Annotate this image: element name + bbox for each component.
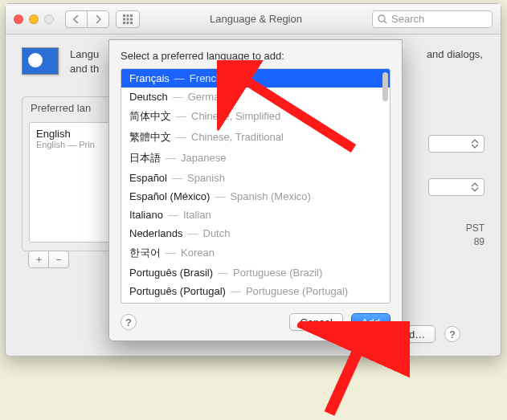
window-controls — [14, 14, 54, 24]
language-native: Español (México) — [129, 190, 210, 202]
right-column: PST 89 — [388, 135, 485, 249]
dash-separator: — — [188, 227, 198, 239]
svg-line-10 — [384, 21, 386, 23]
dash-separator: — — [172, 172, 182, 184]
search-placeholder: Search — [391, 13, 424, 25]
language-option[interactable]: 日本語—Japanese — [121, 148, 390, 169]
language-english: Japanese — [181, 152, 226, 164]
calendar-select[interactable] — [428, 178, 485, 196]
svg-rect-6 — [123, 22, 125, 24]
add-language-sheet: Select a preferred language to add: Fran… — [108, 39, 403, 341]
language-option[interactable]: 简体中文—Chinese, Simplified — [121, 106, 390, 127]
language-option[interactable]: Italiano—Italian — [121, 206, 390, 224]
dash-separator: — — [176, 110, 186, 122]
language-english: Korean — [181, 247, 215, 259]
svg-rect-7 — [127, 22, 129, 24]
minimize-window-button[interactable] — [29, 14, 39, 24]
dash-separator: — — [174, 72, 185, 84]
svg-rect-8 — [130, 22, 133, 24]
remove-language-button[interactable]: − — [48, 251, 69, 268]
search-input[interactable]: Search — [372, 10, 493, 28]
preferences-window: Language & Region Search Langu and dialo… — [5, 3, 501, 357]
region-select[interactable] — [428, 135, 485, 153]
dash-separator: — — [215, 190, 225, 202]
back-button[interactable] — [65, 10, 88, 28]
language-english: Chinese, Simplified — [191, 110, 280, 122]
language-english: Portuguese (Brazil) — [233, 267, 322, 279]
language-english: German — [188, 91, 226, 103]
svg-rect-4 — [127, 18, 129, 20]
zoom-window-button[interactable] — [44, 14, 54, 24]
language-native: 简体中文 — [129, 109, 171, 124]
svg-rect-1 — [127, 14, 129, 17]
language-english: Spanish (Mexico) — [230, 190, 310, 202]
language-native: Español — [129, 172, 167, 184]
sheet-footer: ? Cancel Add — [109, 304, 402, 340]
language-native: Português (Portugal) — [129, 285, 226, 297]
dash-separator: — — [176, 131, 186, 143]
chevron-up-down-icon — [469, 139, 480, 149]
language-option[interactable]: 한국어—Korean — [121, 243, 390, 263]
language-native: Italiano — [129, 209, 163, 221]
language-native: Nederlands — [129, 227, 183, 239]
nav-back-forward — [65, 10, 109, 28]
language-option[interactable]: Español (México)—Spanish (Mexico) — [121, 187, 390, 206]
svg-rect-3 — [123, 18, 125, 20]
svg-rect-5 — [130, 18, 133, 20]
sheet-help-button[interactable]: ? — [121, 314, 137, 330]
language-english: Portuguese (Portugal) — [246, 285, 348, 297]
language-option[interactable]: Deutsch—German — [121, 88, 390, 106]
help-button[interactable]: ? — [444, 326, 460, 342]
language-option[interactable]: Français—French — [121, 69, 390, 88]
language-option[interactable]: Português (Brasil)—Portuguese (Brazil) — [121, 263, 390, 282]
language-option[interactable]: Português (Portugal)—Portuguese (Portuga… — [121, 282, 390, 300]
language-option[interactable]: Nederlands—Dutch — [121, 224, 390, 243]
sheet-prompt: Select a preferred language to add: — [109, 40, 402, 68]
language-native: 한국어 — [129, 246, 161, 260]
timezone-fragment: PST 89 — [388, 222, 485, 249]
language-english: Chinese, Traditional — [191, 131, 284, 143]
window-title: Language & Region — [146, 13, 366, 25]
dash-separator: — — [173, 91, 183, 103]
dash-separator: — — [218, 267, 228, 279]
svg-rect-0 — [123, 14, 125, 17]
dash-separator: — — [166, 247, 176, 259]
language-option[interactable]: 繁體中文—Chinese, Traditional — [121, 127, 390, 148]
language-english: Dutch — [203, 227, 231, 239]
add-button[interactable]: Add — [351, 313, 390, 331]
language-native: Français — [129, 72, 170, 84]
language-english: Italian — [183, 209, 211, 221]
language-picker-list[interactable]: Français—FrenchDeutsch—German简体中文—Chines… — [121, 68, 390, 304]
language-option[interactable]: Español—Spanish — [121, 169, 390, 187]
show-all-button[interactable] — [116, 10, 140, 28]
close-window-button[interactable] — [14, 14, 23, 24]
add-language-button[interactable]: ＋ — [28, 251, 49, 268]
dash-separator: — — [166, 152, 176, 164]
intro-text: Langu and dialogs, and th — [70, 47, 99, 75]
svg-rect-2 — [130, 14, 133, 17]
scrollbar-thumb[interactable] — [382, 72, 388, 101]
region-flag-icon — [22, 47, 59, 75]
language-native: Deutsch — [129, 91, 168, 103]
cancel-button[interactable]: Cancel — [289, 313, 342, 331]
language-english: Spanish — [187, 172, 225, 184]
forward-button[interactable] — [87, 10, 109, 28]
svg-point-9 — [378, 15, 385, 22]
language-english: French — [190, 72, 222, 84]
language-native: Português (Brasil) — [129, 267, 213, 279]
language-native: 繁體中文 — [129, 130, 171, 145]
chevron-up-down-icon — [469, 182, 480, 192]
dash-separator: — — [168, 209, 178, 221]
dash-separator: — — [231, 285, 241, 297]
language-native: 日本語 — [129, 151, 161, 165]
titlebar: Language & Region Search — [6, 4, 501, 35]
